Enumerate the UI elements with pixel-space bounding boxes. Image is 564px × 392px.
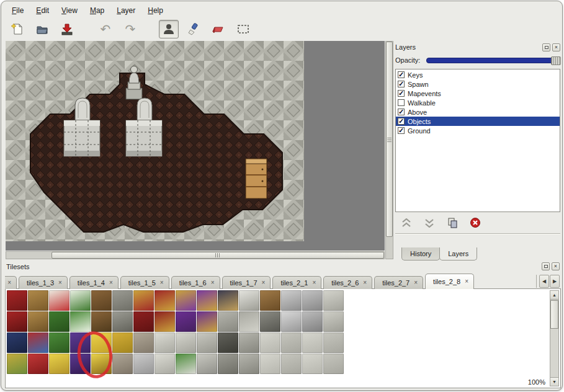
- tileset-tab-tiles_1_5[interactable]: tiles_1_5×: [120, 276, 169, 289]
- tileset-tile[interactable]: [28, 311, 48, 332]
- new-file-button[interactable]: [7, 20, 27, 38]
- tileset-tab-5[interactable]: 5×: [5, 276, 17, 289]
- scroll-tabs-left-icon[interactable]: ◀: [539, 275, 549, 288]
- layer-visibility-checkbox[interactable]: ✓: [398, 127, 405, 134]
- menu-layer[interactable]: Layer: [111, 4, 141, 17]
- tileset-tile[interactable]: [260, 290, 280, 311]
- eraser-tool-button[interactable]: [208, 20, 228, 38]
- tileset-tile[interactable]: [28, 354, 48, 374]
- tab-close-icon[interactable]: ×: [414, 280, 418, 286]
- tileset-tile[interactable]: [133, 332, 154, 353]
- tileset-tile[interactable]: [49, 311, 69, 332]
- tileset-tile[interactable]: [154, 354, 175, 374]
- scroll-tabs-right-icon[interactable]: ▶: [550, 275, 560, 288]
- redo-button[interactable]: ↷: [120, 20, 140, 38]
- open-file-button[interactable]: [32, 20, 52, 38]
- tileset-tile[interactable]: [281, 354, 302, 374]
- tileset-tile[interactable]: [49, 332, 69, 353]
- tileset-tile[interactable]: [218, 311, 238, 332]
- float-panel-icon[interactable]: [542, 43, 550, 51]
- layer-visibility-checkbox[interactable]: [398, 99, 405, 106]
- tileset-tile[interactable]: [112, 332, 133, 353]
- tileset-tile[interactable]: [154, 311, 175, 332]
- tileset-tile[interactable]: [91, 311, 112, 332]
- layer-down-button[interactable]: [423, 216, 436, 229]
- tileset-tab-tiles_2_7[interactable]: tiles_2_7×: [374, 276, 423, 289]
- tileset-tile[interactable]: [302, 311, 323, 332]
- layer-visibility-checkbox[interactable]: ✓: [398, 81, 405, 87]
- tileset-scrollbar-thumb[interactable]: [550, 300, 558, 329]
- tab-close-icon[interactable]: ×: [363, 280, 367, 286]
- tileset-tile[interactable]: [323, 311, 344, 332]
- tileset-tile[interactable]: [197, 332, 217, 353]
- tileset-tile[interactable]: [154, 290, 175, 311]
- tab-close-icon[interactable]: ×: [262, 280, 266, 286]
- save-button[interactable]: [57, 20, 77, 38]
- tileset-tile[interactable]: [70, 311, 91, 332]
- tab-close-icon[interactable]: ×: [58, 280, 62, 286]
- tileset-tile[interactable]: [176, 354, 196, 374]
- map-hscrollbar[interactable]: [6, 251, 385, 259]
- tileset-tile[interactable]: [7, 290, 27, 311]
- undo-button[interactable]: ↶: [96, 20, 115, 38]
- tileset-tile[interactable]: [197, 311, 217, 332]
- tileset-tile[interactable]: [302, 354, 323, 374]
- tileset-tile[interactable]: [260, 311, 280, 332]
- tileset-tile[interactable]: [70, 290, 91, 311]
- tileset-tile[interactable]: [91, 290, 112, 311]
- tileset-tile[interactable]: [133, 311, 154, 332]
- tileset-tab-tiles_1_4[interactable]: tiles_1_4×: [69, 276, 119, 289]
- float-panel-icon[interactable]: [542, 262, 550, 270]
- tileset-tile[interactable]: [239, 290, 259, 311]
- layer-row-objects[interactable]: ✓Objects: [396, 117, 560, 126]
- menu-edit[interactable]: Edit: [30, 4, 55, 17]
- close-panel-icon[interactable]: ×: [552, 43, 560, 51]
- tileset-tile[interactable]: [260, 332, 280, 353]
- tileset-tab-tiles_2_8[interactable]: tiles_2_8×: [425, 274, 474, 289]
- tileset-tile[interactable]: [28, 332, 48, 353]
- scroll-down-icon[interactable]: ▼: [550, 377, 558, 386]
- tileset-tile[interactable]: [323, 354, 344, 374]
- layer-row-walkable[interactable]: Walkable: [396, 98, 560, 107]
- tab-history[interactable]: History: [401, 247, 440, 261]
- tileset-tile[interactable]: [239, 354, 259, 374]
- tileset-tab-tiles_1_6[interactable]: tiles_1_6×: [171, 276, 220, 289]
- tileset-tab-tiles_2_1[interactable]: tiles_2_1×: [272, 276, 321, 289]
- menu-help[interactable]: Help: [142, 4, 169, 17]
- tileset-tile[interactable]: [197, 354, 217, 374]
- map-vscrollbar[interactable]: [385, 41, 393, 259]
- tileset-scrollbar[interactable]: ▲ ▼: [550, 290, 559, 386]
- tileset-tile[interactable]: [49, 290, 69, 311]
- tab-layers[interactable]: Layers: [439, 247, 477, 261]
- map-canvas[interactable]: [6, 41, 385, 251]
- map-hscrollbar-thumb[interactable]: [51, 252, 384, 259]
- layer-up-button[interactable]: [400, 216, 413, 229]
- close-panel-icon[interactable]: ×: [552, 262, 560, 270]
- opacity-slider-handle[interactable]: [551, 56, 561, 65]
- layer-visibility-checkbox[interactable]: ✓: [398, 90, 405, 97]
- menu-view[interactable]: View: [56, 4, 83, 17]
- tileset-tile[interactable]: [281, 311, 302, 332]
- tab-close-icon[interactable]: ×: [312, 280, 316, 286]
- layer-delete-button[interactable]: [469, 216, 481, 229]
- tileset-tile[interactable]: [239, 332, 259, 353]
- tileset-tile[interactable]: [323, 332, 344, 353]
- tileset-tile[interactable]: [197, 290, 217, 311]
- tileset-tile[interactable]: [7, 332, 27, 353]
- menu-map[interactable]: Map: [84, 4, 110, 17]
- layer-row-ground[interactable]: ✓Ground: [396, 126, 560, 135]
- stamp-tool-button[interactable]: [159, 20, 179, 38]
- tileset-tile[interactable]: [154, 332, 175, 353]
- tileset-tile[interactable]: [218, 290, 238, 311]
- layer-row-keys[interactable]: ✓Keys: [396, 70, 560, 79]
- tileset-tile[interactable]: [176, 332, 196, 353]
- tileset-tile[interactable]: [112, 311, 133, 332]
- tileset-tile[interactable]: [176, 311, 196, 332]
- tileset-tile[interactable]: [323, 290, 344, 311]
- map-vscrollbar-thumb[interactable]: [386, 42, 393, 237]
- layer-row-spawn[interactable]: ✓Spawn: [396, 79, 560, 89]
- tileset-tile[interactable]: [302, 332, 323, 353]
- layer-visibility-checkbox[interactable]: ✓: [398, 109, 405, 115]
- tileset-tile[interactable]: [281, 332, 302, 353]
- menu-file[interactable]: File: [6, 4, 29, 17]
